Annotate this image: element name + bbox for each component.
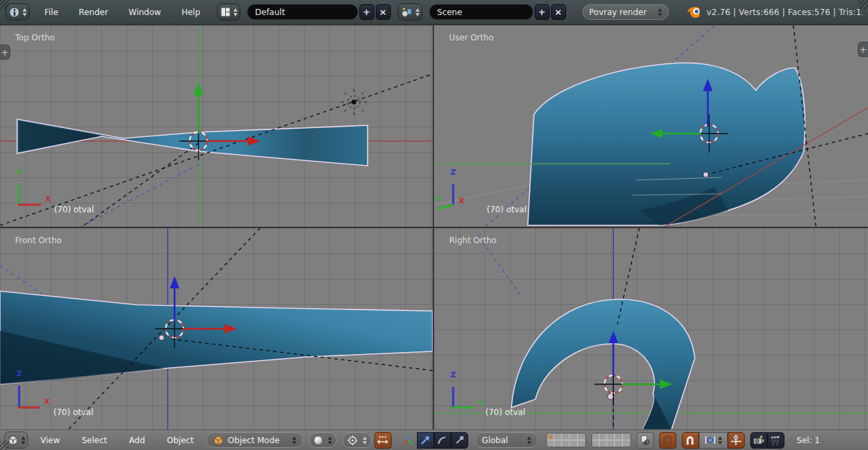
quad-view-area: Y X Top Ortho (70) otval +	[0, 25, 868, 429]
dropdown-arrows-icon	[527, 436, 531, 445]
object-name-label: (70) otval	[485, 408, 525, 417]
snap-toggle[interactable]	[682, 432, 699, 449]
translate-manipulator[interactable]	[194, 83, 260, 146]
menu-object[interactable]: Object	[163, 433, 198, 448]
menu-select[interactable]: Select	[77, 433, 111, 448]
proportional-edit-select[interactable]	[659, 432, 676, 449]
scale-icon	[454, 435, 465, 446]
area-corner-grip[interactable]	[0, 0, 9, 9]
axis-tripod-icon	[402, 434, 414, 447]
cursor-3d	[155, 310, 194, 348]
relationship-lines	[613, 228, 639, 429]
scene-name-field[interactable]: Scene	[429, 4, 533, 20]
blender-window: File Render Window Help Default + ×	[0, 0, 868, 450]
region-expand-button[interactable]: +	[0, 45, 10, 60]
viewport-name-label: Front Ortho	[15, 236, 62, 245]
opengl-render-animation-button[interactable]	[767, 432, 784, 449]
snap-target-button[interactable]	[728, 432, 745, 449]
area-corner-grip[interactable]	[0, 441, 9, 450]
translate-arrow-icon	[420, 435, 431, 446]
mesh-object	[511, 299, 695, 429]
translate-manipulator[interactable]	[170, 276, 237, 334]
manipulate-center-points-toggle[interactable]	[374, 432, 392, 449]
menu-view[interactable]: View	[36, 433, 64, 448]
menu-add[interactable]: Add	[125, 433, 149, 448]
mini-axis-gizmo	[18, 386, 40, 408]
snap-element-icon	[704, 435, 716, 445]
grid-through-mesh	[633, 177, 722, 195]
area-corner-grip[interactable]	[859, 0, 868, 9]
axis-letter-z: Z	[450, 168, 456, 177]
viewport-front-ortho[interactable]: Z X Front Ortho (70) otval	[0, 228, 433, 429]
axis-letter-z: Z	[16, 369, 22, 378]
layout-icon	[220, 6, 231, 18]
editor-type-button-info[interactable]	[5, 3, 29, 21]
viewport-shading-select[interactable]	[309, 432, 337, 448]
center-points-icon	[376, 435, 389, 446]
viewport-name-label: Right Ortho	[449, 236, 496, 245]
cursor-3d	[690, 114, 728, 153]
dropdown-arrows-icon	[328, 436, 332, 445]
render-engine-select[interactable]: Povray render	[583, 4, 669, 20]
add-scene-button[interactable]: +	[535, 4, 550, 20]
scene-browse-button[interactable]	[398, 3, 422, 21]
object-mode-cube-icon	[213, 435, 224, 446]
viewport-user-ortho[interactable]: Z Y X User Ortho (70) otval +	[434, 25, 868, 227]
dropdown-arrows-icon	[233, 8, 238, 16]
mesh-object	[17, 119, 368, 166]
relationship-lines	[0, 74, 433, 227]
close-scene-button[interactable]: ×	[551, 4, 566, 20]
close-layout-button[interactable]: ×	[376, 4, 391, 20]
scene-icon	[400, 6, 413, 18]
viewport-name-label: Top Ortho	[15, 33, 55, 42]
viewport-top-ortho[interactable]: Y X Top Ortho (70) otval +	[0, 25, 433, 227]
add-layout-button[interactable]: +	[359, 4, 374, 20]
axis-letter-z: Z	[450, 371, 456, 379]
snap-target-icon	[730, 434, 742, 446]
rotate-arc-icon	[437, 435, 448, 446]
transform-orientation-select[interactable]: Global	[475, 432, 538, 448]
translate-manipulator[interactable]	[609, 331, 672, 389]
region-expand-button[interactable]: +	[858, 42, 868, 57]
menu-render[interactable]: Render	[75, 5, 112, 20]
layers-widget-right[interactable]	[591, 433, 631, 447]
manipulator-toggle-button[interactable]	[400, 432, 417, 449]
layers-widget-left[interactable]	[546, 433, 586, 447]
object-name-label: (70) otval	[487, 205, 526, 214]
object-origin	[703, 172, 709, 177]
translate-manipulator[interactable]	[650, 79, 713, 138]
menu-file[interactable]: File	[40, 5, 62, 20]
viewport-right-ortho[interactable]: Z Y Right Ortho (70) otval	[434, 228, 868, 429]
menu-help[interactable]: Help	[177, 5, 204, 20]
menu-window[interactable]: Window	[125, 5, 165, 20]
blender-logo-icon	[687, 5, 700, 19]
translate-manipulator-button[interactable]	[417, 432, 434, 449]
constraint-line	[485, 25, 715, 227]
screen-layout-button[interactable]	[217, 3, 240, 21]
mesh-object	[528, 63, 805, 225]
axis-letter-y: Y	[478, 399, 483, 408]
snap-element-select[interactable]	[699, 432, 728, 449]
object-origin	[159, 335, 164, 340]
layout-name-field[interactable]: Default	[247, 4, 358, 20]
scale-manipulator-button[interactable]	[451, 432, 468, 449]
interaction-mode-select[interactable]: Object Mode	[206, 432, 303, 448]
right-ortho-canvas	[434, 228, 868, 429]
opengl-render-image-button[interactable]	[750, 432, 767, 449]
dropdown-arrows-icon	[363, 436, 367, 445]
object-origin	[608, 394, 614, 400]
mini-axis-gizmo	[452, 387, 474, 408]
cursor-3d	[594, 365, 633, 403]
axis-letter-x: X	[44, 397, 49, 406]
pivot-point-select[interactable]	[342, 432, 372, 448]
camera-icon	[752, 434, 765, 446]
viewport-header: View Select Add Object Object Mode	[0, 429, 868, 450]
magnet-icon	[685, 435, 695, 446]
lock-to-scene-toggle[interactable]	[637, 432, 654, 449]
dropdown-arrows-icon	[292, 436, 296, 445]
rotate-manipulator-button[interactable]	[434, 432, 451, 449]
dropdown-arrows-icon	[23, 8, 27, 16]
info-header: File Render Window Help Default + ×	[0, 0, 868, 25]
proportional-circle-icon	[662, 435, 673, 446]
constraint-line	[478, 236, 522, 297]
